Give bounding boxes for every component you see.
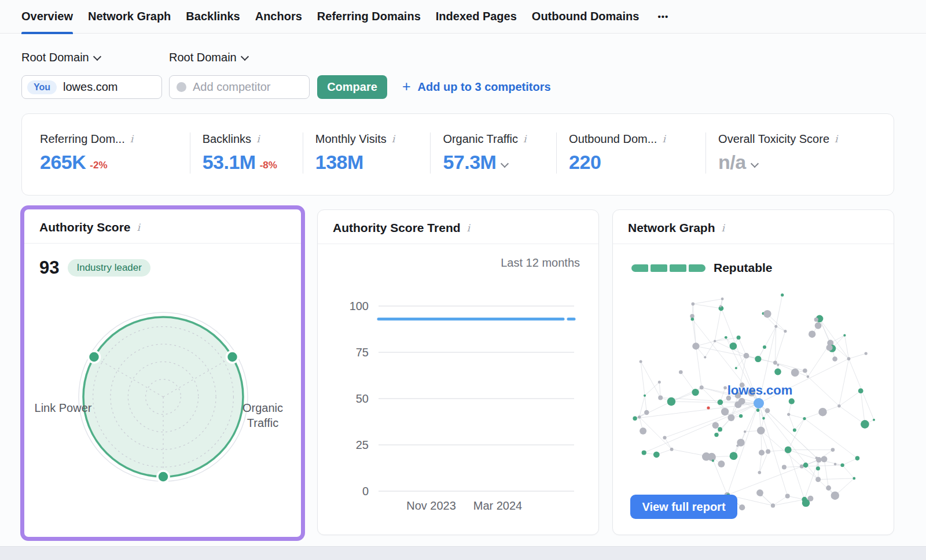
network-node	[707, 406, 710, 409]
reputation-label: Reputable	[714, 261, 773, 275]
metric-backlinks: Backlinksi53.1M-8%	[190, 132, 303, 174]
trend-ytick: 100	[350, 300, 369, 312]
add-competitors-link[interactable]: + Add up to 3 competitors	[402, 75, 551, 99]
network-node	[644, 410, 649, 415]
network-node	[692, 389, 699, 396]
compare-button[interactable]: Compare	[317, 75, 387, 99]
authority-score-trend-card: Authority Score Trend i Last 12 months 1…	[317, 209, 599, 535]
metric-label-row: Referring Dom...i	[40, 132, 190, 146]
metric-label: Referring Dom...	[40, 132, 125, 146]
info-icon[interactable]: i	[523, 134, 526, 144]
tab-indexed-pages[interactable]: Indexed Pages	[436, 0, 517, 34]
network-node	[793, 428, 796, 432]
metric-label: Overall Toxicity Score	[718, 132, 829, 146]
network-node	[653, 451, 660, 458]
info-icon[interactable]: i	[137, 223, 140, 233]
info-icon[interactable]: i	[722, 223, 725, 233]
network-node	[766, 450, 770, 454]
network-node	[712, 459, 714, 462]
network-node	[803, 417, 806, 420]
network-node	[777, 364, 779, 366]
metric-label-row: Outbound Dom...i	[569, 132, 705, 146]
network-node	[807, 375, 810, 378]
network-node	[640, 428, 646, 434]
add-competitor-input[interactable]	[170, 76, 309, 98]
tab-referring-domains[interactable]: Referring Domains	[317, 0, 421, 34]
metric-label: Outbound Dom...	[569, 132, 657, 146]
reputation-segment	[651, 264, 667, 272]
network-node	[831, 492, 839, 500]
network-node	[700, 385, 704, 389]
more-tabs-button[interactable]: •••	[657, 12, 668, 21]
reputation-segment	[670, 264, 686, 272]
metric-value: 138M	[315, 151, 363, 174]
metric-label: Organic Traffic	[443, 132, 518, 146]
network-card-header: Network Graph i	[613, 210, 894, 244]
metric-change: -2%	[90, 160, 107, 171]
summary-metrics-bar: Referring Dom...i265K-2%Backlinksi53.1M-…	[21, 113, 894, 196]
network-node	[638, 415, 641, 418]
network-node	[714, 340, 716, 342]
you-domain-input[interactable]: You lowes.com	[21, 75, 162, 99]
network-node	[667, 397, 676, 406]
info-icon[interactable]: i	[835, 134, 837, 144]
trend-card-title: Authority Score Trend	[333, 221, 461, 235]
network-node	[847, 357, 851, 360]
chevron-down-icon[interactable]	[751, 159, 759, 167]
network-node	[730, 452, 738, 460]
tab-anchors[interactable]: Anchors	[255, 0, 302, 34]
network-node	[803, 369, 807, 373]
tab-network-graph[interactable]: Network Graph	[88, 0, 171, 34]
network-node	[758, 471, 762, 474]
network-node	[809, 331, 815, 338]
network-node	[762, 417, 765, 420]
metric-value: 265K	[40, 151, 86, 174]
trend-ytick: 50	[356, 392, 369, 405]
network-node	[782, 465, 787, 470]
tab-backlinks[interactable]: Backlinks	[186, 0, 240, 34]
metric-label-row: Backlinksi	[203, 132, 303, 146]
metric-referring-dom: Referring Dom...i265K-2%	[40, 132, 190, 174]
network-node	[755, 356, 761, 362]
network-node	[658, 381, 661, 384]
network-node	[800, 465, 804, 469]
tab-outbound-domains[interactable]: Outbound Domains	[532, 0, 640, 34]
view-full-report-button[interactable]: View full report	[630, 495, 737, 519]
trend-ytick: 75	[356, 346, 369, 359]
you-badge: You	[27, 80, 57, 94]
network-node	[735, 367, 737, 369]
trend-card-header: Authority Score Trend i	[318, 210, 598, 244]
network-node	[855, 456, 860, 460]
tab-overview[interactable]: Overview	[21, 0, 73, 34]
metric-label-row: Overall Toxicity Scorei	[718, 132, 894, 146]
competitor-domain-type-dropdown[interactable]: Root Domain	[169, 51, 248, 64]
network-node	[718, 460, 725, 467]
reputation-bar	[631, 264, 705, 272]
info-icon[interactable]: i	[662, 134, 665, 144]
network-node	[744, 353, 749, 359]
network-node	[725, 336, 727, 339]
plus-icon: +	[402, 79, 411, 94]
network-node	[765, 408, 770, 414]
chevron-down-icon[interactable]	[501, 159, 509, 167]
info-icon[interactable]: i	[256, 134, 259, 144]
network-node	[679, 370, 683, 374]
network-node	[633, 417, 637, 421]
network-node	[781, 293, 784, 296]
info-icon[interactable]: i	[130, 134, 133, 144]
metric-value: 53.1M	[203, 151, 256, 174]
info-icon[interactable]: i	[467, 223, 470, 233]
network-node	[739, 504, 745, 510]
competitor-domain-type-label: Root Domain	[169, 51, 237, 64]
authority-score-card-header: Authority Score i	[24, 209, 301, 244]
network-center-node	[754, 398, 764, 408]
you-domain-type-dropdown[interactable]: Root Domain	[21, 51, 100, 64]
network-node	[814, 318, 818, 322]
network-node	[737, 336, 741, 340]
metric-label-row: Monthly Visitsi	[315, 132, 431, 146]
nav-tabs-container: OverviewNetwork GraphBacklinksAnchorsRef…	[21, 0, 639, 34]
network-node	[771, 503, 775, 507]
network-node	[744, 430, 746, 433]
info-icon[interactable]: i	[392, 134, 395, 144]
network-node	[721, 297, 724, 300]
